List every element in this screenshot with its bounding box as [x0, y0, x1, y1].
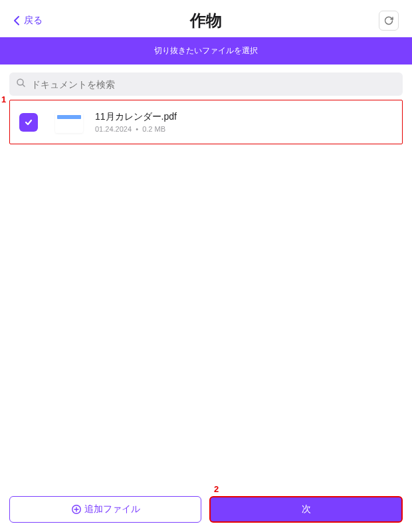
file-list-item[interactable]: 11月カレンダー.pdf 01.24.2024 • 0.2 MB [10, 103, 402, 141]
check-icon [24, 118, 33, 127]
refresh-icon [383, 15, 394, 26]
file-meta: 01.24.2024 • 0.2 MB [95, 125, 177, 133]
file-name: 11月カレンダー.pdf [95, 111, 177, 123]
back-button[interactable]: 戻る [13, 15, 43, 27]
file-thumbnail [55, 112, 83, 133]
back-label: 戻る [24, 15, 43, 27]
annotation-box-1: 11月カレンダー.pdf 01.24.2024 • 0.2 MB [9, 100, 403, 144]
plus-circle-icon [71, 504, 82, 515]
search-bar[interactable] [9, 72, 403, 96]
page-title: 作物 [190, 10, 222, 31]
instruction-banner: 切り抜きたいファイルを選択 [0, 37, 412, 65]
refresh-button[interactable] [379, 11, 399, 31]
add-file-button[interactable]: 追加ファイル [9, 496, 201, 523]
annotation-label-1: 1 [1, 94, 6, 104]
search-input[interactable] [31, 79, 396, 90]
next-label: 次 [302, 503, 311, 515]
next-button[interactable]: 次 [209, 496, 403, 523]
add-file-label: 追加ファイル [84, 503, 140, 515]
file-checkbox[interactable] [19, 113, 38, 132]
search-icon [16, 78, 26, 90]
chevron-left-icon [13, 15, 20, 26]
annotation-label-2: 2 [214, 484, 219, 494]
